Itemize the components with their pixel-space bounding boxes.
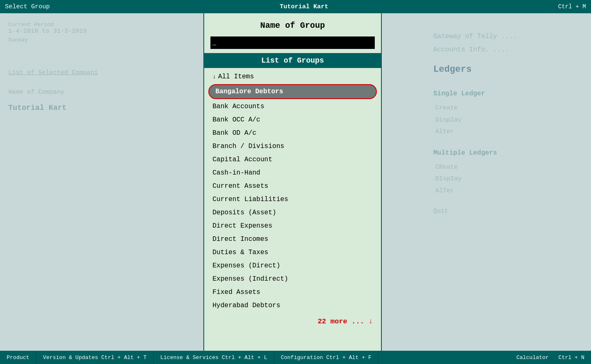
title-bar: Select Group Tutorial Kart Ctrl + M [0, 0, 591, 13]
select-group-panel: Name of Group List of Groups All ItemsBa… [203, 13, 382, 351]
multiple-ledger-label: Multiple Ledgers [433, 146, 583, 160]
list-item[interactable]: Bank OD A/c [204, 126, 381, 140]
list-item[interactable]: Expenses (Direct) [204, 259, 381, 272]
m-create-label[interactable]: CReate [435, 162, 583, 174]
version-updates-item[interactable]: Version & Updates Ctrl + Alt + T [37, 351, 154, 364]
more-indicator: 22 more ... ↓ [204, 314, 381, 329]
shortcut-label: Ctrl + M [558, 3, 586, 10]
single-ledger-label: Single Ledger [433, 87, 583, 100]
accounts-label: Accounts Info. .... [433, 43, 583, 56]
list-item[interactable]: Deposits (Asset) [204, 206, 381, 219]
list-item[interactable]: Fixed Assets [204, 286, 381, 299]
configuration-item[interactable]: Configuration Ctrl + Alt + F [274, 351, 379, 364]
list-item[interactable]: Bank OCC A/c [204, 113, 381, 126]
license-services-item[interactable]: License & Services Ctrl + Alt + L [154, 351, 274, 364]
left-panel: List of Selected Compani Name of Company… [8, 22, 98, 114]
list-item[interactable]: Current Liabilities [204, 193, 381, 206]
company-name: Tutorial Kart [8, 101, 98, 114]
app-title: Tutorial Kart [280, 3, 328, 10]
m-alter-label[interactable]: AlTer [435, 185, 583, 197]
list-item[interactable]: Cash-in-Hand [204, 166, 381, 180]
display-label[interactable]: Display [435, 114, 583, 126]
ledgers-label: Ledgers [433, 61, 583, 79]
dialog-title: Name of Group [204, 13, 381, 34]
calculator-label: Calculator [516, 354, 549, 361]
alter-label[interactable]: Alter [435, 126, 583, 138]
list-item[interactable]: Expenses (Indirect) [204, 272, 381, 286]
name-of-company-label: Name of Company [8, 87, 98, 98]
list-item[interactable]: Bangalore Debtors [208, 84, 377, 99]
status-bar: Product Version & Updates Ctrl + Alt + T… [0, 351, 591, 364]
list-item[interactable]: Duties & Taxes [204, 246, 381, 259]
list-item[interactable]: Hyderabad Debtors [204, 299, 381, 312]
list-item[interactable]: Direct Expenses [204, 219, 381, 233]
gateway-label: Gateway of Tally .... [433, 30, 583, 43]
product-item[interactable]: Product [0, 351, 37, 364]
list-item[interactable]: All Items [204, 70, 381, 83]
list-item[interactable]: Direct Incomes [204, 233, 381, 246]
create-label[interactable]: Create [435, 102, 583, 114]
quit-label[interactable]: Quit [433, 205, 583, 218]
list-item[interactable]: Capital Account [204, 153, 381, 166]
right-panel: Gateway of Tally .... Accounts Info. ...… [425, 22, 591, 226]
window-label: Select Group [5, 3, 50, 10]
list-item[interactable]: Current Assets [204, 180, 381, 193]
list-item[interactable]: Branch / Divisions [204, 140, 381, 153]
calculator-item[interactable]: Calculator Ctrl + N [510, 351, 591, 364]
calc-shortcut: Ctrl + N [559, 354, 584, 361]
list-header: List of Groups [204, 53, 381, 68]
group-name-input[interactable] [210, 36, 375, 49]
group-input-container [204, 34, 381, 53]
m-display-label[interactable]: DIspIay [435, 173, 583, 185]
list-item[interactable]: Bank Accounts [204, 100, 381, 113]
main-background: Current Period 1-4-2018 to 31-3-2019 Sun… [0, 13, 591, 351]
companies-label: List of Selected Compani [8, 67, 98, 78]
groups-list: All ItemsBangalore DebtorsBank AccountsB… [204, 68, 381, 314]
